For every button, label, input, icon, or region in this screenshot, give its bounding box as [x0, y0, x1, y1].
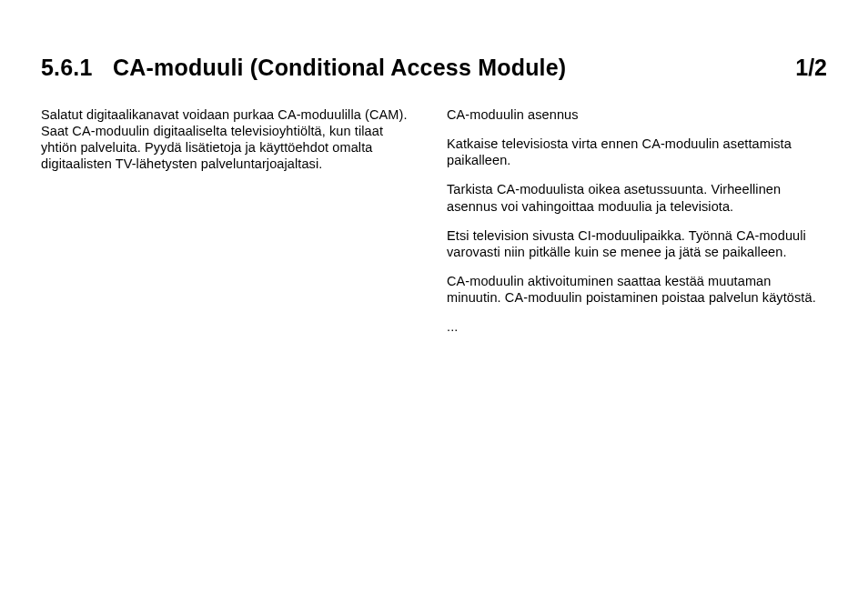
body-paragraph: CA-moduulin asennus [447, 106, 827, 123]
title-wrapper: 5.6.1 CA-moduuli (Conditional Access Mod… [41, 55, 566, 81]
left-column: Salatut digitaalikanavat voidaan purkaa … [41, 106, 421, 347]
right-column: CA-moduulin asennus Katkaise televisiost… [447, 106, 827, 347]
page-title: CA-moduuli (Conditional Access Module) [113, 55, 566, 80]
page-header: 5.6.1 CA-moduuli (Conditional Access Mod… [41, 55, 827, 81]
body-paragraph: Katkaise televisiosta virta ennen CA-mod… [447, 136, 827, 168]
body-paragraph: ... [447, 318, 827, 335]
page-indicator: 1/2 [795, 55, 827, 81]
section-number: 5.6.1 [41, 55, 93, 80]
body-paragraph: Etsi television sivusta CI-moduulipaikka… [447, 227, 827, 260]
body-paragraph: Tarkista CA-moduulista oikea asetussuunt… [447, 181, 827, 214]
document-page: 5.6.1 CA-moduuli (Conditional Access Mod… [0, 0, 868, 614]
body-paragraph: Salatut digitaalikanavat voidaan purkaa … [41, 106, 421, 173]
body-columns: Salatut digitaalikanavat voidaan purkaa … [41, 106, 827, 347]
body-paragraph: CA-moduulin aktivoituminen saattaa kestä… [447, 273, 827, 306]
